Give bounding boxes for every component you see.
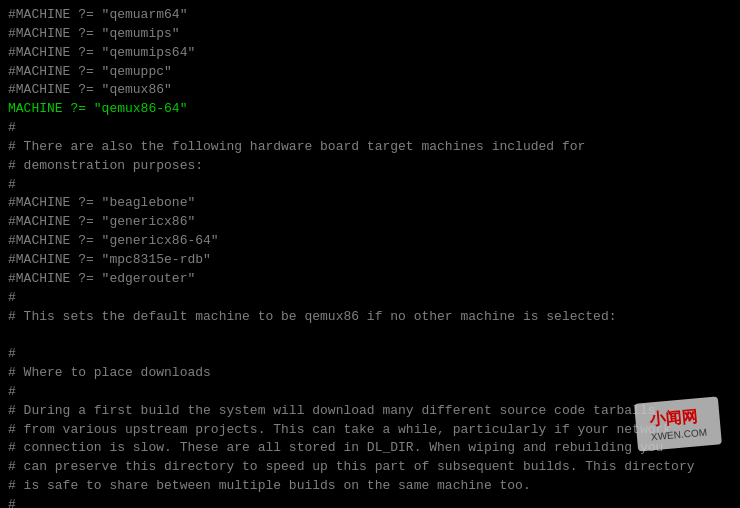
- terminal-line: #: [8, 496, 732, 508]
- terminal-line: #MACHINE ?= "qemuppc": [8, 63, 732, 82]
- terminal-line: #MACHINE ?= "genericx86-64": [8, 232, 732, 251]
- terminal-line: #: [8, 383, 732, 402]
- terminal-line: #: [8, 289, 732, 308]
- terminal-line: #MACHINE ?= "edgerouter": [8, 270, 732, 289]
- terminal-line: # This sets the default machine to be qe…: [8, 308, 732, 327]
- terminal-line: [8, 326, 732, 345]
- terminal-line: # from various upstream projects. This c…: [8, 421, 732, 440]
- terminal-line: # connection is slow. These are all stor…: [8, 439, 732, 458]
- terminal-line: MACHINE ?= "qemux86-64": [8, 100, 732, 119]
- terminal-line: # is safe to share between multiple buil…: [8, 477, 732, 496]
- terminal-line: #MACHINE ?= "qemux86": [8, 81, 732, 100]
- terminal-line: #: [8, 119, 732, 138]
- terminal-line: # demonstration purposes:: [8, 157, 732, 176]
- terminal: #MACHINE ?= "qemuarm64"#MACHINE ?= "qemu…: [0, 0, 740, 508]
- terminal-line: # can preserve this directory to speed u…: [8, 458, 732, 477]
- terminal-line: #MACHINE ?= "mpc8315e-rdb": [8, 251, 732, 270]
- watermark: 小闻网 XWEN.COM: [634, 396, 722, 451]
- terminal-line: #: [8, 345, 732, 364]
- terminal-line: # There are also the following hardware …: [8, 138, 732, 157]
- terminal-line: #MACHINE ?= "qemumips64": [8, 44, 732, 63]
- terminal-line: # Where to place downloads: [8, 364, 732, 383]
- terminal-line: #MACHINE ?= "genericx86": [8, 213, 732, 232]
- terminal-line: #MACHINE ?= "qemuarm64": [8, 6, 732, 25]
- terminal-line: # During a first build the system will d…: [8, 402, 732, 421]
- terminal-line: #: [8, 176, 732, 195]
- terminal-line: #MACHINE ?= "beaglebone": [8, 194, 732, 213]
- terminal-line: #MACHINE ?= "qemumips": [8, 25, 732, 44]
